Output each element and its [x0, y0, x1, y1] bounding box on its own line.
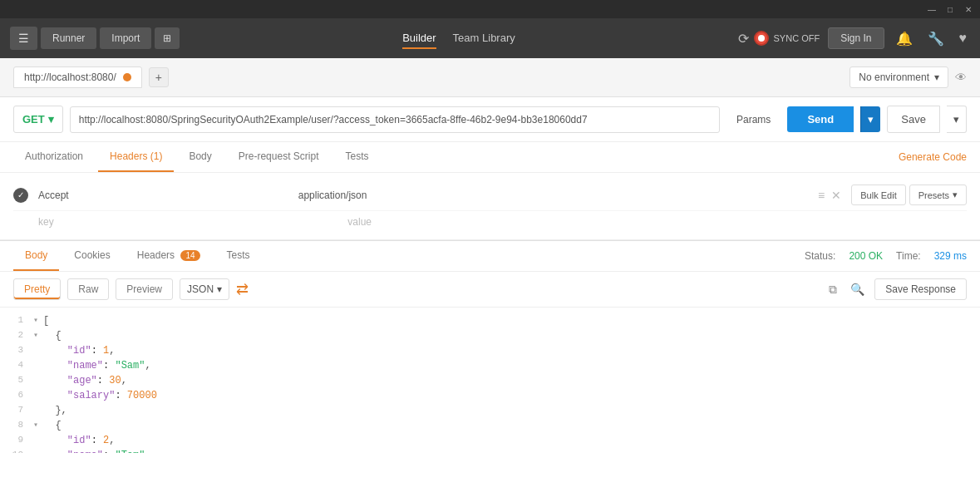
- tab-headers[interactable]: Headers (1): [98, 142, 174, 172]
- code-line: 7 },: [0, 404, 980, 419]
- line-content: {: [43, 330, 980, 342]
- save-button[interactable]: Save: [887, 106, 940, 133]
- save-response-button[interactable]: Save Response: [874, 278, 967, 300]
- url-tab[interactable]: http://localhost:8080/: [13, 66, 142, 88]
- runner-label: Runner: [52, 32, 85, 44]
- resp-tab-cookies[interactable]: Cookies: [62, 241, 121, 271]
- main-content: ☰ Runner Import ⊞ Builder Team Library ⟳…: [0, 18, 980, 502]
- url-tab-text: http://localhost:8080/: [24, 71, 116, 83]
- line-number: 8: [0, 420, 33, 430]
- key-value-placeholder-row: key value: [13, 211, 967, 233]
- format-pretty-button[interactable]: Pretty: [13, 278, 61, 300]
- eye-button[interactable]: 👁: [955, 70, 967, 85]
- params-button[interactable]: Params: [726, 107, 781, 132]
- sidebar-icon: ☰: [18, 32, 29, 45]
- line-number: 3: [0, 345, 33, 355]
- line-number: 4: [0, 360, 33, 370]
- line-content: "salary": 70000: [43, 390, 980, 401]
- line-number: 10: [0, 450, 33, 453]
- settings-button[interactable]: 🔧: [924, 27, 948, 50]
- line-number: 7: [0, 405, 33, 415]
- response-actions: ⧉ 🔍 Save Response: [825, 278, 967, 300]
- header-check: ✓: [13, 188, 38, 203]
- method-chevron-icon: ▾: [48, 113, 54, 126]
- send-dropdown-button[interactable]: ▾: [860, 106, 880, 132]
- line-number: 5: [0, 375, 33, 385]
- line-content: [: [43, 315, 980, 327]
- bulk-edit-button[interactable]: Bulk Edit: [851, 185, 905, 205]
- import-button[interactable]: Import: [100, 27, 151, 49]
- resp-tab-body[interactable]: Body: [13, 241, 59, 271]
- format-raw-button[interactable]: Raw: [67, 278, 109, 300]
- code-line: 5 "age": 30,: [0, 374, 980, 389]
- save-chevron-icon: ▾: [953, 113, 959, 126]
- code-line: 9 "id": 2,: [0, 434, 980, 449]
- line-number: 9: [0, 435, 33, 445]
- favorites-button[interactable]: ♥: [956, 27, 971, 49]
- tab-body[interactable]: Body: [177, 142, 223, 172]
- response-section: Body Cookies Headers 14 Tests Status: 20…: [0, 240, 980, 502]
- header-actions: ≡ ✕: [818, 189, 841, 202]
- resp-tab-headers[interactable]: Headers 14: [126, 241, 212, 271]
- presets-button[interactable]: Presets ▾: [909, 185, 967, 205]
- fold-icon[interactable]: ▾: [33, 315, 43, 325]
- sync-status-dot: [754, 31, 769, 46]
- notifications-button[interactable]: 🔔: [893, 27, 916, 50]
- sign-in-button[interactable]: Sign In: [828, 27, 884, 49]
- fold-icon[interactable]: ▾: [33, 330, 43, 340]
- generate-code-link[interactable]: Generate Code: [899, 143, 967, 171]
- sync-dot-inner: [758, 35, 765, 42]
- code-view: 1▾[2▾ {3 "id": 1,4 "name": "Sam",5 "age"…: [0, 308, 980, 453]
- tab-builder[interactable]: Builder: [402, 28, 436, 49]
- format-chevron-icon: ▾: [217, 283, 222, 295]
- format-preview-button[interactable]: Preview: [116, 278, 173, 300]
- tab-tests[interactable]: Tests: [333, 142, 380, 172]
- resp-tab-tests[interactable]: Tests: [215, 241, 262, 271]
- close-button[interactable]: ✕: [960, 1, 977, 17]
- sync-label: SYNC OFF: [774, 33, 820, 43]
- line-content: "id": 1,: [43, 345, 980, 357]
- url-bar: http://localhost:8080/ + No environment …: [0, 58, 980, 97]
- line-number: 1: [0, 315, 33, 325]
- line-content: {: [43, 420, 980, 431]
- maximize-button[interactable]: □: [942, 1, 958, 17]
- key-placeholder: key: [13, 216, 347, 228]
- tab-team-library[interactable]: Team Library: [453, 28, 515, 49]
- tab-dirty-dot: [123, 73, 131, 81]
- method-select[interactable]: GET ▾: [13, 106, 63, 133]
- status-label: Status:: [805, 250, 835, 262]
- code-line: 4 "name": "Sam",: [0, 359, 980, 374]
- tab-prerequest[interactable]: Pre-request Script: [227, 142, 331, 172]
- time-value: 329 ms: [934, 250, 967, 262]
- environment-select[interactable]: No environment ▾: [849, 66, 948, 88]
- header-key: Accept: [38, 189, 298, 201]
- heart-icon: ♥: [959, 31, 968, 45]
- save-dropdown-button[interactable]: ▾: [947, 106, 967, 133]
- search-button[interactable]: 🔍: [847, 279, 868, 299]
- chevron-down-icon: ▾: [934, 71, 939, 83]
- sidebar-toggle-button[interactable]: ☰: [10, 27, 37, 50]
- new-tab-button[interactable]: ⊞: [155, 27, 180, 49]
- code-line: 3 "id": 1,: [0, 344, 980, 359]
- format-type-label: JSON: [187, 283, 214, 295]
- sort-icon[interactable]: ⇄: [236, 280, 249, 298]
- line-content: "name": "Tom",: [43, 450, 980, 453]
- minimize-button[interactable]: —: [923, 1, 940, 17]
- status-value: 200 OK: [849, 250, 883, 262]
- time-label: Time:: [896, 250, 921, 262]
- fold-icon[interactable]: ▾: [33, 420, 43, 430]
- format-type-select[interactable]: JSON ▾: [180, 278, 229, 300]
- code-line: 1▾[: [0, 314, 980, 329]
- eye-icon: 👁: [955, 71, 967, 84]
- url-input[interactable]: [70, 106, 720, 133]
- header-value: application/json: [298, 189, 818, 201]
- runner-button[interactable]: Runner: [41, 27, 96, 49]
- delete-header-icon[interactable]: ✕: [831, 189, 841, 202]
- send-button[interactable]: Send: [787, 106, 854, 132]
- add-tab-button[interactable]: +: [149, 67, 169, 87]
- copy-button[interactable]: ⧉: [825, 279, 840, 300]
- tab-authorization[interactable]: Authorization: [13, 142, 95, 172]
- import-label: Import: [111, 32, 140, 44]
- send-chevron-icon: ▾: [868, 113, 874, 126]
- nav-left: ☰ Runner Import ⊞: [10, 27, 180, 50]
